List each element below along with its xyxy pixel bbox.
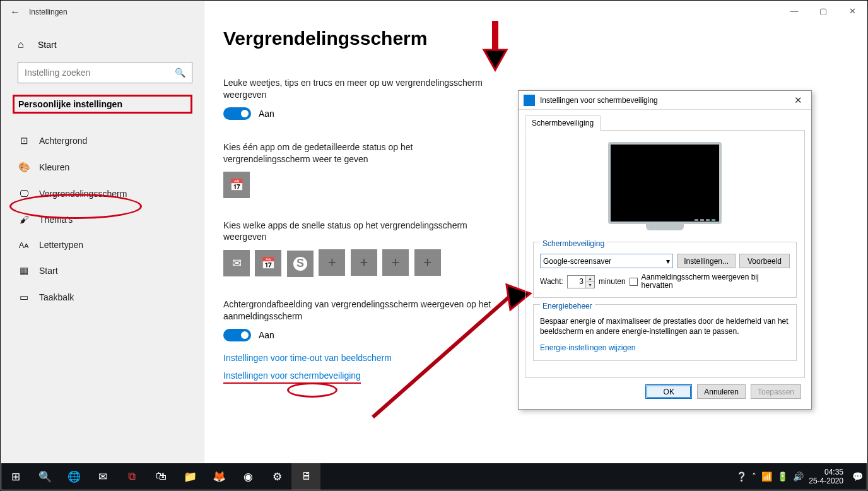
themes-icon: 🖌 (18, 214, 30, 225)
page-heading: Vergrendelingsscherm (223, 28, 848, 49)
screensaver-settings-button[interactable]: Instellingen... (677, 254, 736, 268)
tray-clock[interactable]: 04:35 25-4-2020 (809, 468, 843, 485)
dialog-icon (524, 95, 535, 106)
nav-start[interactable]: ▦ Start (1, 257, 204, 284)
quick-app-mail[interactable]: ✉ (223, 250, 250, 276)
dialog-apply-button[interactable]: Toepassen (751, 384, 801, 399)
power-description: Bespaar energie of maximaliseer de prest… (540, 316, 790, 336)
close-button[interactable]: ✕ (838, 1, 867, 20)
dialog-titlebar: Instellingen voor schermbeveiliging ✕ (519, 91, 811, 110)
wait-label: Wacht: (540, 277, 563, 286)
screensaver-preview-button[interactable]: Voorbeeld (739, 254, 790, 268)
taskbar-search-button[interactable]: 🔍 (30, 463, 59, 490)
screensaver-dialog: Instellingen voor schermbeveiliging ✕ Sc… (518, 90, 812, 410)
quick-app-skype[interactable]: S (287, 251, 314, 277)
nav-label: Taakbalk (39, 292, 74, 302)
bg-signin-label: Achtergrondafbeelding van vergrendelings… (223, 299, 501, 322)
window-title: Instellingen (29, 8, 67, 16)
taskbar-start-button[interactable]: ⊞ (1, 463, 30, 490)
taskbar-store-icon[interactable]: 🛍 (146, 463, 175, 490)
quick-status-label: Kies welke apps de snelle status op het … (223, 220, 501, 244)
tray-wifi-icon[interactable]: 📶 (761, 471, 772, 482)
tips-description: Leuke weetjes, tips en trucs en meer op … (223, 77, 501, 101)
section-title: Persoonlijke instellingen (13, 95, 192, 114)
maximize-button[interactable]: ▢ (809, 1, 838, 20)
detailed-status-app-calendar[interactable]: 📅 (223, 172, 250, 198)
taskbar-firefox-icon[interactable]: 🦊 (204, 463, 233, 490)
taskbar-edge-icon[interactable]: 🌐 (59, 463, 88, 490)
spinner-up[interactable]: ▲ (586, 276, 594, 282)
fieldset-screensaver-legend: Schermbeveiliging (540, 239, 607, 248)
quick-app-add-3[interactable]: + (382, 249, 409, 276)
chevron-down-icon: ▾ (666, 257, 670, 266)
taskbar-explorer-icon[interactable]: 📁 (175, 463, 204, 490)
background-icon: ⊡ (18, 135, 30, 146)
home-icon: ⌂ (18, 39, 29, 50)
taskbar: ⊞ 🔍 🌐 ✉ ⧉ 🛍 📁 🦊 ◉ ⚙ 🖥 ❔ ˄ 📶 🔋 🔊 04:35 25… (1, 463, 867, 490)
bg-signin-state: Aan (259, 330, 274, 340)
fieldset-power-legend: Energiebeheer (540, 302, 595, 311)
search-box[interactable]: 🔍 (18, 62, 192, 83)
taskbar-icon: ▭ (18, 292, 30, 303)
wait-minutes-spinner[interactable]: ▲▼ (567, 275, 595, 288)
link-timeout-word: time-out (290, 353, 322, 363)
nav-taskbar[interactable]: ▭ Taakbalk (1, 284, 204, 311)
wait-minutes-input[interactable] (568, 276, 585, 288)
nav-label: Achtergrond (39, 136, 87, 146)
spinner-down[interactable]: ▼ (586, 282, 594, 288)
link-part: van beeldscherm (322, 353, 392, 363)
dialog-ok-button[interactable]: OK (645, 384, 692, 399)
annotation-ellipse-timeout (287, 382, 337, 398)
tips-toggle-state: Aan (259, 109, 274, 119)
search-icon: 🔍 (175, 68, 185, 78)
search-input[interactable] (25, 68, 175, 78)
wait-unit: minuten (599, 277, 626, 286)
quick-app-add-4[interactable]: + (414, 249, 441, 276)
dialog-title-text: Instellingen voor schermbeveiliging (540, 96, 790, 105)
nav-fonts[interactable]: Aᴀ Lettertypen (1, 232, 204, 257)
screensaver-preview (608, 142, 722, 230)
dialog-close-button[interactable]: ✕ (790, 95, 806, 106)
taskbar-mail-icon[interactable]: ✉ (88, 463, 117, 490)
taskbar-settings-icon[interactable]: ⚙ (262, 463, 291, 490)
tray-volume-icon[interactable]: 🔊 (793, 471, 804, 482)
tray-help-icon[interactable]: ❔ (736, 471, 747, 482)
screensaver-select[interactable]: Google-screensaver ▾ (540, 254, 673, 268)
start-icon: ▦ (18, 265, 30, 276)
quick-app-add-1[interactable]: + (319, 249, 345, 276)
taskbar-office-icon[interactable]: ⧉ (117, 463, 146, 490)
bg-signin-toggle[interactable] (223, 329, 251, 341)
annotation-ellipse-nav (9, 194, 142, 219)
system-tray: ❔ ˄ 📶 🔋 🔊 04:35 25-4-2020 💬 (736, 468, 863, 485)
nav-background[interactable]: ⊡ Achtergrond (1, 127, 204, 154)
resume-label: Aanmeldingsscherm weergeven bij hervatte… (642, 273, 790, 290)
fonts-icon: Aᴀ (18, 240, 30, 250)
quick-app-add-2[interactable]: + (351, 249, 377, 276)
nav-label: Lettertypen (39, 240, 83, 250)
tab-screensaver[interactable]: Schermbeveiliging (525, 115, 601, 131)
nav-label: Start (39, 266, 58, 276)
nav-colors[interactable]: 🎨 Kleuren (1, 154, 204, 180)
link-screensaver-settings[interactable]: Instellingen voor schermbeveiliging (223, 370, 361, 384)
quick-app-calendar[interactable]: 📅 (255, 250, 281, 276)
screensaver-select-value: Google-screensaver (543, 257, 611, 266)
taskbar-screensaver-icon[interactable]: 🖥 (291, 463, 320, 490)
sidebar: ⌂ Start 🔍 Persoonlijke instellingen ⊡ Ac… (1, 1, 204, 463)
tray-date: 25-4-2020 (809, 476, 843, 485)
titlebar: ← Instellingen — ▢ ✕ (1, 1, 867, 23)
tray-time: 04:35 (809, 468, 843, 476)
minimize-button[interactable]: — (780, 1, 809, 20)
tray-notifications-icon[interactable]: 💬 (852, 471, 863, 482)
taskbar-picasa-icon[interactable]: ◉ (233, 463, 262, 490)
link-part: Instellingen voor (223, 353, 290, 363)
back-button[interactable]: ← (1, 6, 29, 18)
home-link[interactable]: ⌂ Start (1, 33, 204, 62)
tips-toggle[interactable] (223, 107, 251, 120)
resume-checkbox[interactable] (630, 278, 638, 286)
power-settings-link[interactable]: Energie-instellingen wijzigen (540, 343, 635, 352)
home-label: Start (38, 40, 57, 50)
tray-battery-icon[interactable]: 🔋 (777, 471, 788, 482)
tray-chevron-up-icon[interactable]: ˄ (752, 471, 756, 482)
detailed-status-label: Kies één app om de gedetailleerde status… (223, 141, 501, 165)
dialog-cancel-button[interactable]: Annuleren (697, 384, 746, 399)
